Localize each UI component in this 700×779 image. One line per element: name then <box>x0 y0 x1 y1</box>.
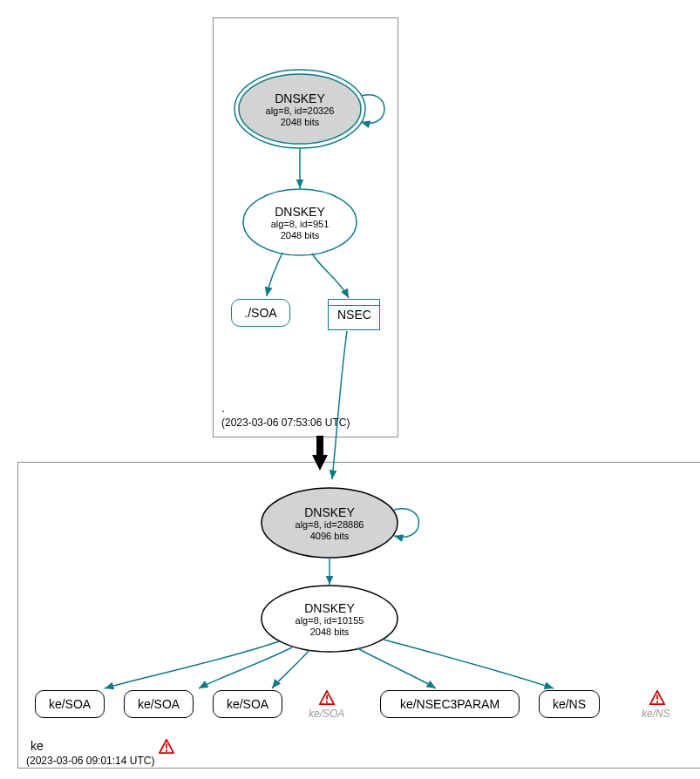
ke-ns-warn-label: ke/NS <box>642 708 670 720</box>
root-nsec-node: NSEC <box>328 299 380 330</box>
ke-soa-warn-label: ke/SOA <box>309 708 344 720</box>
root-zsk-node: DNSKEY alg=8, id=951 2048 bits <box>243 205 357 241</box>
dnskey-bits: 2048 bits <box>268 627 391 638</box>
rrset-label: ke/NSEC3PARAM <box>400 697 500 711</box>
zone-ke-name: ke <box>31 739 44 753</box>
nsec-label: NSEC <box>329 305 379 323</box>
rrset-label: ke/NS <box>553 697 586 711</box>
dnskey-alg: alg=8, id=28886 <box>268 519 391 531</box>
root-ksk-node: DNSKEY alg=8, id=20326 2048 bits <box>239 91 361 128</box>
dnskey-alg: alg=8, id=20326 <box>239 105 361 117</box>
root-soa-node: ./SOA <box>231 299 290 327</box>
dnskey-title: DNSKEY <box>268 601 391 615</box>
zone-root-name: . <box>221 401 225 415</box>
zone-ke-timestamp: (2023-03-06 09:01:14 UTC) <box>26 755 154 767</box>
dnskey-bits: 2048 bits <box>239 117 361 128</box>
rrset-label: ke/SOA <box>138 697 180 711</box>
ke-ksk-node: DNSKEY alg=8, id=28886 4096 bits <box>268 505 391 542</box>
rrset-label: ke/SOA <box>227 697 268 711</box>
dnskey-bits: 4096 bits <box>268 531 391 542</box>
rrset-label: ./SOA <box>244 306 276 320</box>
dnskey-alg: alg=8, id=951 <box>243 219 357 230</box>
ke-ns-node: ke/NS <box>539 690 600 718</box>
ke-soa2-node: ke/SOA <box>124 690 194 718</box>
dnskey-alg: alg=8, id=10155 <box>268 615 391 627</box>
dnskey-title: DNSKEY <box>239 91 361 105</box>
zone-root-timestamp: (2023-03-06 07:53:06 UTC) <box>221 417 350 429</box>
ke-soa3-node: ke/SOA <box>213 690 282 718</box>
diagram-container: DNSKEY alg=8, id=20326 2048 bits DNSKEY … <box>9 9 700 779</box>
dnskey-bits: 2048 bits <box>243 230 357 241</box>
ke-soa1-node: ke/SOA <box>35 690 105 718</box>
dnskey-title: DNSKEY <box>243 205 357 219</box>
ke-zsk-node: DNSKEY alg=8, id=10155 2048 bits <box>268 601 391 638</box>
ke-nsec3param-node: ke/NSEC3PARAM <box>380 690 520 718</box>
dnskey-title: DNSKEY <box>268 505 391 519</box>
rrset-label: ke/SOA <box>49 697 91 711</box>
